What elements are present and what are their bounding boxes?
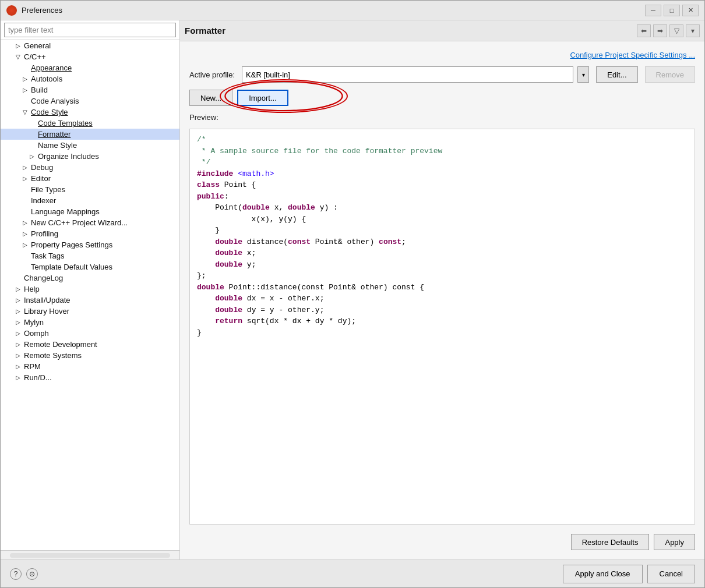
expand-arrow-property-pages[interactable]: ▷ bbox=[22, 242, 29, 249]
restore-defaults-button[interactable]: Restore Defaults bbox=[571, 534, 650, 550]
tree-item-install-update[interactable]: ▷Install/Update bbox=[1, 295, 179, 306]
tree-item-property-pages[interactable]: ▷Property Pages Settings bbox=[1, 239, 179, 250]
expand-arrow-profiling[interactable]: ▷ bbox=[22, 231, 29, 238]
expand-arrow-code-analysis[interactable] bbox=[22, 98, 29, 105]
apply-close-button[interactable]: Apply and Close bbox=[563, 565, 643, 583]
code-line: x(x), y(y) { bbox=[197, 214, 688, 225]
sidebar-scrollbar-h[interactable] bbox=[1, 550, 179, 559]
profile-select[interactable]: K&R [built-in] bbox=[242, 66, 573, 83]
tree-item-build[interactable]: ▷Build bbox=[1, 84, 179, 95]
expand-arrow-formatter[interactable] bbox=[29, 131, 36, 138]
maximize-button[interactable]: □ bbox=[664, 5, 680, 16]
search-input[interactable] bbox=[4, 23, 176, 37]
tree-item-editor[interactable]: ▷Editor bbox=[1, 173, 179, 184]
tree-item-file-types[interactable]: File Types bbox=[1, 184, 179, 195]
tree-item-mylyn[interactable]: ▷Mylyn bbox=[1, 317, 179, 328]
tree-item-cpp[interactable]: ▽C/C++ bbox=[1, 51, 179, 62]
tree-area[interactable]: ▷General▽C/C++Appearance▷Autotools▷Build… bbox=[1, 40, 179, 550]
expand-arrow-mylyn[interactable]: ▷ bbox=[15, 319, 22, 326]
h-scroll-track[interactable] bbox=[10, 553, 170, 558]
new-button[interactable]: New... bbox=[189, 90, 232, 106]
main-content: ▷General▽C/C++Appearance▷Autotools▷Build… bbox=[1, 20, 704, 559]
tree-item-debug[interactable]: ▷Debug bbox=[1, 162, 179, 173]
expand-arrow-code-style[interactable]: ▽ bbox=[22, 109, 29, 116]
expand-arrow-code-templates[interactable] bbox=[29, 120, 36, 127]
panel-title: Formatter bbox=[185, 26, 225, 36]
tree-item-organize-includes[interactable]: ▷Organize Includes bbox=[1, 151, 179, 162]
toolbar-more-button[interactable]: ▾ bbox=[686, 24, 700, 37]
expand-arrow-oomph[interactable]: ▷ bbox=[15, 330, 22, 337]
code-line: double Point::distance(const Point& othe… bbox=[197, 282, 688, 293]
tree-item-code-analysis[interactable]: Code Analysis bbox=[1, 95, 179, 107]
expand-arrow-template-defaults[interactable] bbox=[22, 264, 29, 271]
import-button[interactable]: Import... bbox=[237, 90, 288, 106]
select-arrow-icon[interactable]: ▾ bbox=[577, 66, 589, 83]
expand-arrow-run-debug[interactable]: ▷ bbox=[15, 374, 22, 381]
toolbar-fwd-button[interactable]: ➡ bbox=[653, 24, 667, 37]
edit-button[interactable]: Edit... bbox=[596, 66, 637, 83]
active-profile-label: Active profile: bbox=[189, 70, 235, 79]
tree-item-remote-systems[interactable]: ▷Remote Systems bbox=[1, 350, 179, 361]
minimize-button[interactable]: ─ bbox=[645, 5, 661, 16]
help-icon[interactable]: ? bbox=[10, 568, 22, 580]
tree-item-name-style[interactable]: Name Style bbox=[1, 140, 179, 151]
tree-label-file-types: File Types bbox=[31, 185, 176, 194]
toolbar-down-button[interactable]: ▽ bbox=[669, 24, 683, 37]
code-line: */ bbox=[197, 157, 688, 168]
prefs-icon[interactable]: ⊙ bbox=[26, 568, 38, 580]
tree-item-rpm[interactable]: ▷RPM bbox=[1, 361, 179, 372]
tree-item-appearance[interactable]: Appearance bbox=[1, 62, 179, 73]
expand-arrow-editor[interactable]: ▷ bbox=[22, 175, 29, 182]
expand-arrow-file-types[interactable] bbox=[22, 186, 29, 193]
expand-arrow-language-mappings[interactable] bbox=[22, 208, 29, 215]
tree-item-library-hover[interactable]: ▷Library Hover bbox=[1, 306, 179, 317]
expand-arrow-indexer[interactable] bbox=[22, 197, 29, 204]
expand-arrow-build[interactable]: ▷ bbox=[22, 87, 29, 94]
tree-item-changelog[interactable]: ChangeLog bbox=[1, 272, 179, 284]
expand-arrow-autotools[interactable]: ▷ bbox=[22, 76, 29, 83]
tree-label-debug: Debug bbox=[31, 163, 176, 172]
tree-item-indexer[interactable]: Indexer bbox=[1, 195, 179, 206]
code-line: } bbox=[197, 225, 688, 236]
expand-arrow-organize-includes[interactable]: ▷ bbox=[29, 153, 36, 160]
tree-item-help[interactable]: ▷Help bbox=[1, 284, 179, 295]
tree-item-language-mappings[interactable]: Language Mappings bbox=[1, 206, 179, 217]
preview-area[interactable]: /* * A sample source file for the code f… bbox=[189, 129, 695, 525]
tree-item-run-debug[interactable]: ▷Run/D... bbox=[1, 372, 179, 383]
expand-arrow-install-update[interactable]: ▷ bbox=[15, 297, 22, 304]
tree-label-code-style: Code Style bbox=[31, 108, 176, 116]
expand-arrow-appearance[interactable] bbox=[22, 65, 29, 72]
import-oval-wrapper: Import... bbox=[237, 90, 288, 106]
tree-item-profiling[interactable]: ▷Profiling bbox=[1, 228, 179, 239]
expand-arrow-cpp[interactable]: ▽ bbox=[15, 54, 22, 61]
expand-arrow-remote-systems[interactable]: ▷ bbox=[15, 352, 22, 359]
code-line: double distance(const Point& other) cons… bbox=[197, 236, 688, 248]
tree-item-template-defaults[interactable]: Template Default Values bbox=[1, 261, 179, 272]
expand-arrow-rpm[interactable]: ▷ bbox=[15, 363, 22, 370]
expand-arrow-help[interactable]: ▷ bbox=[15, 286, 22, 293]
expand-arrow-remote-dev[interactable]: ▷ bbox=[15, 341, 22, 348]
expand-arrow-debug[interactable]: ▷ bbox=[22, 164, 29, 171]
preferences-window: Preferences ─ □ ✕ ▷General▽C/C++Appearan… bbox=[0, 0, 705, 588]
expand-arrow-task-tags[interactable] bbox=[22, 253, 29, 260]
configure-link[interactable]: Configure Project Specific Settings ... bbox=[189, 51, 695, 59]
expand-arrow-library-hover[interactable]: ▷ bbox=[15, 308, 22, 315]
expand-arrow-changelog[interactable] bbox=[15, 275, 22, 282]
toolbar-back-button[interactable]: ⬅ bbox=[637, 24, 651, 37]
tree-item-oomph[interactable]: ▷Oomph bbox=[1, 328, 179, 339]
tree-item-code-templates[interactable]: Code Templates bbox=[1, 118, 179, 129]
tree-item-formatter[interactable]: Formatter bbox=[1, 129, 179, 140]
tree-item-autotools[interactable]: ▷Autotools bbox=[1, 73, 179, 84]
tree-item-remote-dev[interactable]: ▷Remote Development bbox=[1, 339, 179, 350]
remove-button[interactable]: Remove bbox=[645, 66, 695, 83]
apply-button[interactable]: Apply bbox=[654, 534, 695, 550]
tree-item-new-cpp-wizard[interactable]: ▷New C/C++ Project Wizard... bbox=[1, 217, 179, 228]
cancel-button[interactable]: Cancel bbox=[647, 565, 695, 583]
expand-arrow-name-style[interactable] bbox=[29, 142, 36, 149]
expand-arrow-new-cpp-wizard[interactable]: ▷ bbox=[22, 219, 29, 226]
close-button[interactable]: ✕ bbox=[682, 5, 699, 16]
tree-item-task-tags[interactable]: Task Tags bbox=[1, 250, 179, 261]
tree-item-code-style[interactable]: ▽Code Style bbox=[1, 107, 179, 118]
tree-item-general[interactable]: ▷General bbox=[1, 40, 179, 51]
expand-arrow-general[interactable]: ▷ bbox=[15, 42, 22, 49]
